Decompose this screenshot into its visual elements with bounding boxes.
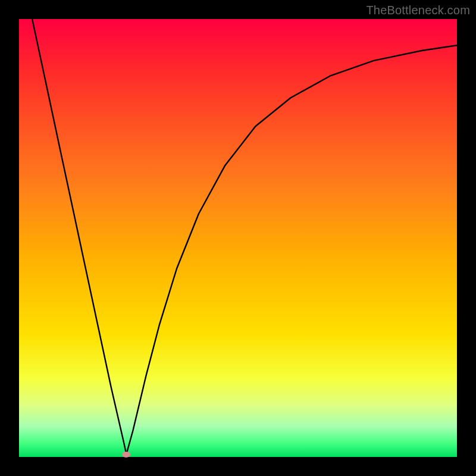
attribution-text: TheBottleneck.com xyxy=(366,4,470,17)
chart-frame: TheBottleneck.com xyxy=(0,0,476,476)
curve-svg xyxy=(19,19,457,457)
plot-area xyxy=(19,19,457,457)
bottleneck-curve xyxy=(32,19,457,455)
minimum-marker xyxy=(122,452,130,458)
